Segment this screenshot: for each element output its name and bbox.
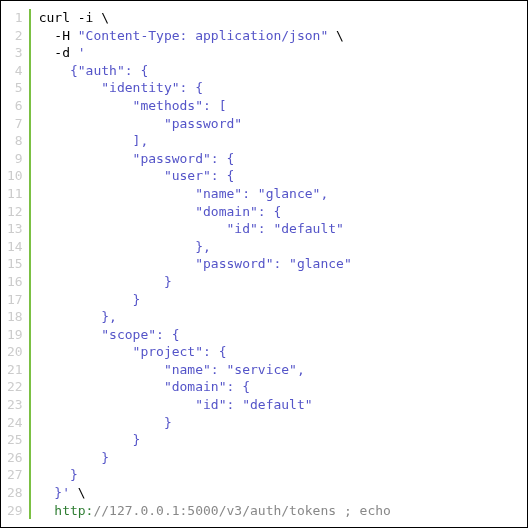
- code-line: "domain": {: [39, 378, 517, 396]
- line-number: 26: [7, 449, 23, 467]
- line-number: 28: [7, 484, 23, 502]
- code-token: "password": "glance": [39, 256, 352, 271]
- line-number: 21: [7, 361, 23, 379]
- code-token: "password": [39, 116, 243, 131]
- line-number: 13: [7, 220, 23, 238]
- code-token: "id": "default": [39, 221, 344, 236]
- code-line: {"auth": {: [39, 62, 517, 80]
- line-number: 18: [7, 308, 23, 326]
- code-token: -d: [39, 45, 78, 60]
- line-number: 17: [7, 291, 23, 309]
- code-line: "project": {: [39, 343, 517, 361]
- code-line: }: [39, 273, 517, 291]
- line-number-gutter: 1234567891011121314151617181920212223242…: [7, 9, 29, 519]
- code-token: "user": {: [39, 168, 235, 183]
- code-token: -H: [39, 28, 78, 43]
- code-token: \: [70, 485, 86, 500]
- code-line: "domain": {: [39, 203, 517, 221]
- line-number: 2: [7, 27, 23, 45]
- line-number: 8: [7, 132, 23, 150]
- code-line: }: [39, 414, 517, 432]
- code-line: "password": [39, 115, 517, 133]
- line-number: 24: [7, 414, 23, 432]
- code-block: 1234567891011121314151617181920212223242…: [7, 9, 517, 519]
- line-number: 7: [7, 115, 23, 133]
- line-number: 27: [7, 466, 23, 484]
- code-token: "domain": {: [39, 379, 250, 394]
- line-number: 23: [7, 396, 23, 414]
- code-line: "name": "service",: [39, 361, 517, 379]
- code-token: "methods": [: [39, 98, 227, 113]
- code-line: "password": {: [39, 150, 517, 168]
- code-token: "identity": {: [39, 80, 203, 95]
- line-number: 29: [7, 502, 23, 520]
- code-line: "identity": {: [39, 79, 517, 97]
- code-line: }: [39, 466, 517, 484]
- line-number: 14: [7, 238, 23, 256]
- code-token: }: [39, 467, 78, 482]
- line-number: 1: [7, 9, 23, 27]
- code-token: },: [39, 309, 117, 324]
- code-source: curl -i \ -H "Content-Type: application/…: [39, 9, 517, 519]
- code-token: "project": {: [39, 344, 227, 359]
- line-number: 19: [7, 326, 23, 344]
- code-token: {"auth": {: [39, 63, 149, 78]
- line-number: 6: [7, 97, 23, 115]
- code-token: curl -i \: [39, 10, 109, 25]
- line-number: 3: [7, 44, 23, 62]
- code-line: },: [39, 238, 517, 256]
- line-number: 25: [7, 431, 23, 449]
- line-number: 22: [7, 378, 23, 396]
- code-frame: 1234567891011121314151617181920212223242…: [0, 0, 528, 528]
- code-line: "id": "default": [39, 220, 517, 238]
- line-number: 9: [7, 150, 23, 168]
- code-token: }': [39, 485, 70, 500]
- code-line: "scope": {: [39, 326, 517, 344]
- code-token: }: [39, 274, 172, 289]
- code-line: curl -i \: [39, 9, 517, 27]
- code-line: http://127.0.0.1:5000/v3/auth/tokens ; e…: [39, 502, 517, 520]
- line-number: 15: [7, 255, 23, 273]
- code-token: \: [328, 28, 344, 43]
- line-number: 12: [7, 203, 23, 221]
- code-token: "id": "default": [39, 397, 313, 412]
- code-token: "password": {: [39, 151, 235, 166]
- line-number: 10: [7, 167, 23, 185]
- code-line: }: [39, 431, 517, 449]
- code-line: "id": "default": [39, 396, 517, 414]
- code-token: ': [78, 45, 86, 60]
- code-token: "name": "glance",: [39, 186, 329, 201]
- code-line: ],: [39, 132, 517, 150]
- line-number: 4: [7, 62, 23, 80]
- code-token: "domain": {: [39, 204, 282, 219]
- code-token: }: [39, 450, 109, 465]
- code-line: "password": "glance": [39, 255, 517, 273]
- code-token: },: [39, 239, 211, 254]
- line-number: 16: [7, 273, 23, 291]
- code-token: }: [39, 432, 141, 447]
- code-token: [39, 503, 55, 518]
- code-token: "name": "service",: [39, 362, 305, 377]
- line-number: 20: [7, 343, 23, 361]
- code-line: "user": {: [39, 167, 517, 185]
- code-line: }' \: [39, 484, 517, 502]
- code-line: "name": "glance",: [39, 185, 517, 203]
- code-line: }: [39, 449, 517, 467]
- code-line: "methods": [: [39, 97, 517, 115]
- gutter-bar: [29, 9, 31, 519]
- line-number: 11: [7, 185, 23, 203]
- code-token: }: [39, 415, 172, 430]
- code-token: "scope": {: [39, 327, 180, 342]
- code-token: //127.0.0.1:5000/v3/auth/tokens ; echo: [93, 503, 390, 518]
- code-token: ],: [39, 133, 149, 148]
- code-line: -d ': [39, 44, 517, 62]
- code-line: -H "Content-Type: application/json" \: [39, 27, 517, 45]
- code-line: },: [39, 308, 517, 326]
- code-token: }: [39, 292, 141, 307]
- line-number: 5: [7, 79, 23, 97]
- code-token: http:: [54, 503, 93, 518]
- code-line: }: [39, 291, 517, 309]
- code-token: "Content-Type: application/json": [78, 28, 328, 43]
